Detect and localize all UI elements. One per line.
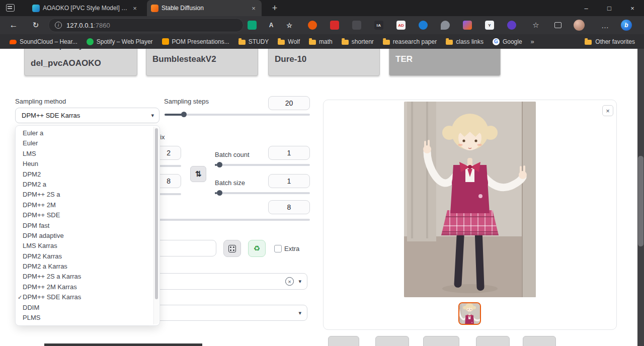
model-card-label: aoaoko pvcstylemo [31, 49, 101, 50]
other-favorites[interactable]: Other favorites [585, 38, 639, 45]
profile-avatar[interactable] [574, 20, 585, 31]
page-scrollbar[interactable] [637, 49, 644, 346]
dropdown-option[interactable]: Euler a [16, 128, 153, 138]
extension-icon[interactable] [419, 21, 428, 30]
extension-icon[interactable] [507, 21, 516, 30]
tab-actions-menu-icon[interactable] [6, 4, 15, 12]
settings-more-icon[interactable]: … [600, 20, 611, 31]
refresh-button[interactable]: ↻ [30, 20, 41, 31]
batch-count-label: Batch count [215, 151, 250, 158]
read-aloud-icon[interactable]: A [267, 21, 276, 30]
dropdown-option[interactable]: PLMS [16, 313, 153, 323]
dice-icon [228, 245, 236, 252]
extension-icon[interactable] [248, 21, 257, 30]
extension-icon[interactable]: AD [396, 21, 406, 30]
close-image-button[interactable]: × [602, 105, 613, 116]
extension-icon[interactable] [330, 21, 339, 30]
extension-icon[interactable] [352, 21, 361, 30]
dropdown-option[interactable]: DPM2 Karras [16, 251, 153, 262]
page-scrollbar-thumb[interactable] [638, 156, 643, 246]
bookmark-spotify[interactable]: Spotify – Web Player [82, 36, 157, 47]
action-button[interactable] [423, 336, 459, 346]
new-tab-button[interactable]: + [269, 2, 281, 14]
site-info-icon[interactable]: i [55, 22, 62, 29]
dropdown-option[interactable]: DPM2 [16, 169, 153, 180]
bookmark-folder-shortenr[interactable]: shortenr [337, 36, 378, 47]
gallery-thumbnail-selected[interactable] [458, 302, 481, 325]
action-button[interactable] [328, 336, 359, 346]
bookmark-folder-study[interactable]: STUDY [234, 36, 274, 47]
dropdown-option[interactable]: DPM adaptive [16, 231, 153, 241]
bookmarks-overflow-icon[interactable]: » [527, 38, 538, 45]
dropdown-option[interactable]: DPM fast [16, 221, 153, 231]
dropdown-option[interactable]: DPM++ 2S a [16, 190, 153, 200]
model-card[interactable]: Dure-10 [268, 49, 380, 76]
batch-size-input[interactable]: 1 [268, 174, 310, 188]
slider-knob[interactable] [217, 190, 222, 196]
tab-close-icon[interactable]: × [131, 5, 139, 12]
dropdown-option[interactable]: DPM++ SDE [16, 210, 153, 220]
sampling-steps-slider[interactable] [165, 114, 310, 116]
slider-knob[interactable] [217, 162, 222, 167]
bookmark-folder-research-paper[interactable]: reasearch paper [378, 36, 441, 47]
model-card[interactable]: TER [389, 49, 501, 76]
copilot-icon[interactable]: b [621, 20, 632, 31]
dropdown-option[interactable]: LMS Karras [16, 241, 153, 251]
slides-icon [162, 38, 169, 45]
maximize-button[interactable]: □ [598, 0, 621, 16]
stable-diffusion-favicon-icon [151, 5, 158, 12]
favorite-star-icon[interactable]: ☆ [285, 21, 294, 30]
dropdown-scrollbar[interactable] [153, 127, 159, 324]
clear-icon[interactable]: × [285, 277, 294, 286]
random-seed-button[interactable] [223, 240, 241, 257]
batch-count-input[interactable]: 1 [268, 146, 310, 160]
action-button[interactable] [523, 336, 556, 346]
dropdown-option[interactable]: DPM2 a Karras [16, 262, 153, 272]
reuse-seed-button[interactable]: ♻ [248, 240, 266, 257]
extension-icon[interactable] [308, 21, 317, 30]
window-close-button[interactable]: × [621, 0, 644, 16]
dropdown-option[interactable]: DPM2 a [16, 180, 153, 190]
extra-seed-checkbox[interactable] [274, 245, 282, 252]
bookmark-folder-class-links[interactable]: class links [441, 36, 488, 47]
extension-icon[interactable]: Y [485, 21, 494, 30]
tab-aoaoko[interactable]: AOAOKO [PVC Style Model] - PV... × [28, 0, 143, 16]
swap-dimensions-button[interactable]: ⇅ [190, 166, 206, 182]
sampling-method-select[interactable]: DPM++ SDE Karras ▾ [15, 108, 159, 123]
dropdown-option[interactable]: DPM++ 2S a Karras [16, 272, 153, 282]
generated-image[interactable] [404, 102, 536, 297]
slider-knob[interactable] [181, 112, 187, 117]
dropdown-option-selected[interactable]: ✓DPM++ SDE Karras [16, 292, 153, 302]
action-button[interactable] [375, 336, 409, 346]
folder-icon [342, 40, 349, 45]
model-card[interactable]: BumblesteakV2 [146, 49, 258, 76]
bookmark-folder-wolf[interactable]: Wolf [273, 36, 304, 47]
model-card[interactable]: aoaoko pvcstylemo del_pvcAOAOKO [24, 49, 137, 76]
back-button[interactable]: ← [8, 20, 19, 31]
tab-stable-diffusion[interactable]: Stable Diffusion × [147, 0, 262, 16]
extension-icon[interactable] [463, 21, 472, 30]
action-button[interactable] [476, 336, 510, 346]
dropdown-option[interactable]: DDIM [16, 303, 153, 313]
bookmark-google[interactable]: GGoogle [488, 36, 527, 47]
bookmark-soundcloud[interactable]: SoundCloud – Hear... [5, 36, 82, 47]
address-bar[interactable]: i 127.0.0.1 :7860 [48, 18, 244, 32]
cfg-scale-input[interactable]: 8 [268, 200, 310, 214]
bookmark-folder-math[interactable]: math [304, 36, 337, 47]
extension-icon[interactable] [441, 21, 450, 30]
dropdown-option[interactable]: Heun [16, 159, 153, 169]
favorites-hub-icon[interactable]: ☆ [530, 20, 541, 31]
minimize-button[interactable]: – [575, 0, 598, 16]
dropdown-scrollbar-thumb[interactable] [155, 128, 158, 299]
sampling-steps-input[interactable]: 20 [268, 96, 310, 110]
batch-count-slider[interactable] [215, 164, 310, 166]
tab-close-icon[interactable]: × [250, 5, 258, 12]
dropdown-option[interactable]: LMS [16, 149, 153, 159]
dropdown-option[interactable]: DPM++ 2M Karras [16, 282, 153, 292]
batch-size-slider[interactable] [215, 192, 310, 194]
bookmark-pom[interactable]: POM Presentations... [157, 36, 234, 47]
dropdown-option[interactable]: DPM++ 2M [16, 200, 153, 210]
dropdown-option[interactable]: Euler [16, 138, 153, 148]
extension-icon[interactable]: IA [374, 21, 383, 30]
collections-icon[interactable] [552, 20, 564, 31]
